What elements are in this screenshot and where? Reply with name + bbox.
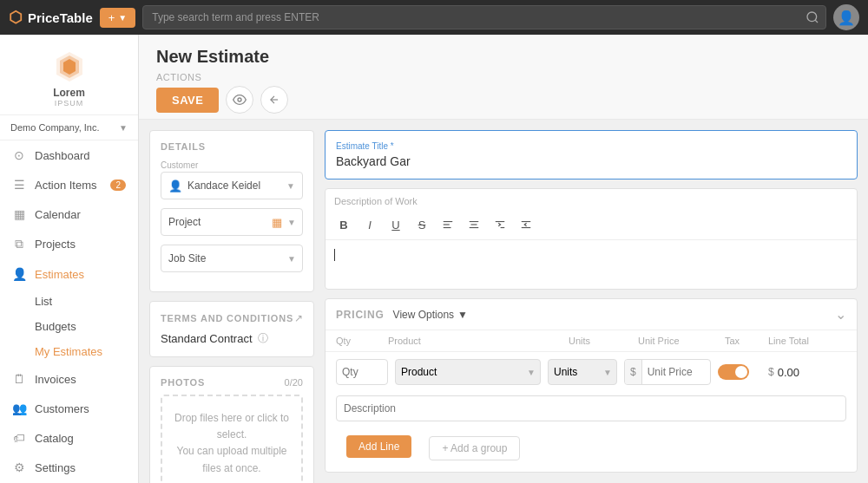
user-icon: 👤 <box>168 179 182 193</box>
add-line-button[interactable]: Add Line <box>346 435 411 458</box>
eye-icon <box>233 93 247 107</box>
terms-value-row: Standard Contract ⓘ <box>161 331 303 346</box>
search-wrapper <box>142 5 826 29</box>
sidebar-item-label: Customers <box>35 402 89 415</box>
italic-button[interactable]: I <box>358 213 381 236</box>
bold-button[interactable]: B <box>332 213 355 236</box>
info-icon[interactable]: ⓘ <box>258 331 268 346</box>
action-items-icon: ☰ <box>12 178 26 192</box>
app-logo: ⬡ PriceTable <box>9 8 93 27</box>
dashboard-icon: ⊙ <box>12 148 26 162</box>
col-qty: Qty <box>336 336 388 346</box>
sidebar-item-invoices[interactable]: 🗒 Invoices <box>0 364 138 394</box>
preview-button[interactable] <box>226 86 253 114</box>
line-description-input[interactable] <box>336 395 846 421</box>
sidebar-item-projects[interactable]: ⧉ Projects <box>0 229 138 259</box>
actions-row: SAVE <box>156 86 851 114</box>
terms-label: TERMS AND CONDITIONS <box>161 313 293 323</box>
align-left-button[interactable] <box>437 213 459 236</box>
project-select[interactable]: Project <box>161 208 303 236</box>
description-editor[interactable] <box>326 240 857 290</box>
calendar-icon: ▦ <box>12 207 26 221</box>
add-button[interactable]: + ▼ <box>100 8 136 28</box>
svg-point-5 <box>238 98 241 101</box>
strikethrough-button[interactable]: S <box>411 213 433 236</box>
product-select[interactable]: Product <box>395 359 541 385</box>
col-unit-price: Unit Price <box>638 336 725 346</box>
units-select[interactable]: Units <box>548 359 617 385</box>
outdent-button[interactable] <box>515 213 537 236</box>
brand-name: Lorem <box>53 87 85 99</box>
jobsite-field-group: Job Site ▼ <box>161 245 303 272</box>
description-label: Description of Work <box>326 189 857 210</box>
details-label: DETAILS <box>161 141 303 152</box>
pricing-line-row: Product ▼ Units ▼ $ <box>326 352 857 392</box>
svg-point-0 <box>807 12 817 22</box>
projects-icon: ⧉ <box>12 237 26 251</box>
back-button[interactable] <box>260 86 288 114</box>
project-field-group: Project ▼ ▦ <box>161 208 303 236</box>
jobsite-select[interactable]: Job Site <box>161 245 303 272</box>
sidebar-item-calendar[interactable]: ▦ Calendar <box>0 199 138 229</box>
line-total-wrap: $ 0.00 <box>768 366 846 379</box>
unit-price-input[interactable] <box>642 366 711 378</box>
company-selector[interactable]: Demo Company, Inc. ▼ <box>0 115 138 140</box>
view-options-button[interactable]: View Options ▼ <box>393 309 468 321</box>
view-options-chevron-icon: ▼ <box>457 309 468 321</box>
pricing-collapse-button[interactable]: ⌄ <box>835 306 846 323</box>
estimate-title-input[interactable] <box>336 154 846 168</box>
logo-icon: ⬡ <box>9 8 23 27</box>
outdent-icon <box>520 219 532 231</box>
align-center-button[interactable] <box>463 213 485 236</box>
sidebar-item-label: Settings <box>35 461 76 474</box>
page-title: New Estimate <box>156 47 851 67</box>
terms-header: TERMS AND CONDITIONS ↗ <box>161 312 303 324</box>
sidebar-item-label: Calendar <box>35 208 81 221</box>
jobsite-select-wrapper: Job Site ▼ <box>161 245 303 272</box>
tax-toggle[interactable] <box>718 364 761 380</box>
photo-drop-zone[interactable]: Drop files here or click to select. You … <box>161 395 303 483</box>
estimate-title-label: Estimate Title * <box>336 141 846 151</box>
project-select-wrapper: Project ▼ ▦ <box>161 208 303 236</box>
photos-count: 0/20 <box>285 377 303 388</box>
sidebar-item-action-items[interactable]: ☰ Action Items 2 <box>0 170 138 199</box>
catalog-icon: 🏷 <box>12 431 26 445</box>
customer-selector[interactable]: 👤 Kandace Keidel ▼ <box>161 172 303 199</box>
formatting-toolbar: B I U S <box>326 210 857 240</box>
sidebar-item-customers[interactable]: 👥 Customers <box>0 394 138 423</box>
line-total-value: 0.00 <box>778 366 799 379</box>
align-center-icon <box>468 219 480 231</box>
terms-section: TERMS AND CONDITIONS ↗ Standard Contract… <box>149 301 314 357</box>
content-area: DETAILS Customer 👤 Kandace Keidel ▼ Proj <box>139 120 868 483</box>
pricing-table-header: Qty Product Units Unit Price Tax Line To… <box>326 330 857 352</box>
sidebar-item-catalog[interactable]: 🏷 Catalog <box>0 423 138 453</box>
external-link-icon[interactable]: ↗ <box>294 312 303 324</box>
search-icon <box>806 10 819 24</box>
subitem-label: List <box>35 295 52 308</box>
col-tax: Tax <box>725 336 768 346</box>
sidebar-item-label: Invoices <box>35 373 76 386</box>
tax-toggle-switch[interactable] <box>718 364 749 380</box>
sidebar-item-settings[interactable]: ⚙ Settings <box>0 453 138 482</box>
user-avatar[interactable]: 👤 <box>833 4 859 30</box>
invoices-icon: 🗒 <box>12 372 26 386</box>
col-units: Units <box>569 336 638 346</box>
sidebar-item-dashboard[interactable]: ⊙ Dashboard <box>0 140 138 170</box>
view-options-label: View Options <box>393 309 454 321</box>
app-body: Lorem IPSUM Demo Company, Inc. ▼ ⊙ Dashb… <box>0 35 868 483</box>
pricing-section: PRICING View Options ▼ ⌄ Qty Product Uni… <box>325 298 858 473</box>
indent-button[interactable] <box>489 213 511 236</box>
sidebar-item-estimates[interactable]: 👤 Estimates <box>0 259 138 289</box>
sidebar-subitem-list[interactable]: List <box>0 289 138 314</box>
svg-line-1 <box>815 20 818 23</box>
sidebar-subitem-budgets[interactable]: Budgets <box>0 314 138 339</box>
search-input[interactable] <box>142 5 826 29</box>
add-group-button[interactable]: + Add a group <box>429 436 520 460</box>
sidebar-logo-area: Lorem IPSUM <box>0 35 138 115</box>
underline-button[interactable]: U <box>385 213 407 236</box>
add-group-label: + Add a group <box>442 442 507 454</box>
qty-input[interactable] <box>336 359 388 385</box>
save-button[interactable]: SAVE <box>156 88 219 113</box>
sidebar-subitem-my-estimates[interactable]: My Estimates <box>0 339 138 364</box>
page-header: New Estimate ACTIONS SAVE <box>139 35 868 120</box>
